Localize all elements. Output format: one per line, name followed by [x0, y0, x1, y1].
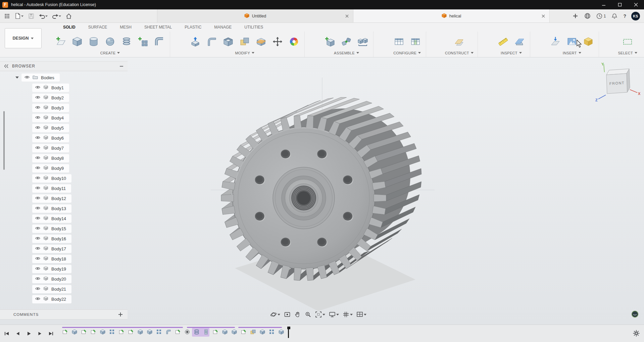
- tab-close-icon[interactable]: [541, 14, 546, 18]
- comments-bar[interactable]: COMMENTS: [0, 309, 128, 320]
- browser-item-body9[interactable]: Body9: [0, 163, 128, 173]
- timeline-feature-combine[interactable]: [250, 329, 256, 335]
- orbit-tool[interactable]: [270, 311, 280, 318]
- visibility-eye-icon[interactable]: [35, 85, 40, 91]
- app-grid-icon[interactable]: [3, 11, 11, 21]
- timeline-group-bar[interactable]: [238, 327, 282, 328]
- visibility-eye-icon[interactable]: [35, 175, 40, 181]
- timeline-settings-gear-icon[interactable]: [633, 330, 640, 338]
- section-analysis-button[interactable]: [513, 35, 526, 48]
- assistant-icon[interactable]: [631, 310, 639, 319]
- visibility-eye-icon[interactable]: [35, 286, 40, 292]
- step-forward-button[interactable]: [37, 330, 43, 337]
- browser-item-body10[interactable]: Body10: [0, 173, 128, 183]
- doc-tab-helical[interactable]: helical: [353, 9, 550, 22]
- visibility-eye-icon[interactable]: [35, 226, 40, 232]
- move-copy-button[interactable]: [271, 35, 284, 48]
- offset-plane-button[interactable]: [453, 35, 465, 48]
- timeline-feature-sketch[interactable]: [212, 329, 218, 335]
- browser-item-body20[interactable]: Body20: [0, 274, 128, 284]
- timeline-feature-extrude[interactable]: [259, 329, 265, 335]
- tab-close-icon[interactable]: [345, 14, 349, 18]
- visibility-eye-icon[interactable]: [35, 215, 40, 222]
- insert-derive-button[interactable]: [549, 35, 562, 48]
- pan-tool[interactable]: [294, 311, 301, 318]
- create-sketch-button[interactable]: [54, 35, 67, 48]
- insert-group-label[interactable]: INSERT: [563, 51, 581, 56]
- visibility-eye-icon[interactable]: [35, 195, 40, 201]
- undo-button[interactable]: [38, 11, 48, 21]
- doc-tab-untitled[interactable]: Untitled: [157, 9, 353, 22]
- visibility-eye-icon[interactable]: [35, 115, 40, 121]
- ribbon-tab-plastic[interactable]: PLASTIC: [185, 25, 201, 30]
- browser-item-body17[interactable]: Body17: [0, 244, 128, 254]
- viewports-tool[interactable]: [356, 311, 366, 318]
- timeline-feature-sketch[interactable]: [62, 329, 68, 335]
- timeline-feature-sketch[interactable]: [241, 329, 247, 335]
- timeline-feature-sketch[interactable]: [118, 329, 125, 335]
- inspect-group-label[interactable]: INSPECT: [501, 51, 522, 56]
- redo-button[interactable]: [51, 11, 62, 21]
- browser-item-body8[interactable]: Body8: [0, 153, 128, 163]
- browser-item-body21[interactable]: Body21: [0, 284, 128, 294]
- new-tab-plus-button[interactable]: [572, 11, 579, 21]
- step-back-button[interactable]: [14, 330, 21, 337]
- visibility-eye-icon[interactable]: [35, 236, 40, 242]
- visibility-eye-icon[interactable]: [35, 165, 40, 171]
- insert-mcmaster-button[interactable]: [582, 35, 595, 48]
- timeline-feature-sketch[interactable]: [128, 329, 134, 335]
- timeline-feature-pattern[interactable]: [269, 329, 275, 335]
- configure-button[interactable]: [393, 35, 405, 48]
- create-box-button[interactable]: [71, 35, 84, 48]
- visibility-eye-icon[interactable]: [24, 75, 30, 81]
- browser-item-body12[interactable]: Body12: [0, 193, 128, 203]
- create-pipe-button[interactable]: [153, 35, 166, 48]
- select-marquee-button[interactable]: [621, 35, 634, 48]
- configuration-table-button[interactable]: [409, 35, 422, 48]
- timeline-group-bar[interactable]: [187, 327, 235, 328]
- visibility-eye-icon[interactable]: [35, 135, 40, 141]
- play-button[interactable]: [26, 330, 32, 337]
- split-body-button[interactable]: [255, 35, 267, 48]
- timeline-feature-fillet[interactable]: [165, 329, 171, 335]
- visibility-eye-icon[interactable]: [35, 105, 40, 111]
- chevron-down-icon[interactable]: [15, 77, 19, 80]
- create-sphere-button[interactable]: [104, 35, 116, 48]
- skip-to-start-button[interactable]: [3, 330, 10, 337]
- browser-item-body4[interactable]: Body4: [0, 113, 128, 123]
- visibility-eye-icon[interactable]: [35, 266, 40, 272]
- timeline-feature-extrude[interactable]: [222, 329, 228, 335]
- browser-item-body16[interactable]: Body16: [0, 234, 128, 244]
- timeline-feature-extrude[interactable]: [231, 329, 237, 335]
- construct-group-label[interactable]: CONSTRUCT: [445, 51, 474, 56]
- display-settings-tool[interactable]: [329, 311, 339, 318]
- skip-to-end-button[interactable]: [48, 330, 54, 337]
- workspace-selector[interactable]: DESIGN: [5, 28, 42, 48]
- ribbon-tab-mesh[interactable]: MESH: [120, 25, 132, 30]
- appearance-color-wheel-button[interactable]: [288, 35, 300, 48]
- measure-button[interactable]: [497, 35, 509, 48]
- create-cylinder-button[interactable]: [87, 35, 100, 48]
- new-component-button[interactable]: [324, 35, 336, 48]
- visibility-eye-icon[interactable]: [35, 246, 40, 252]
- visibility-eye-icon[interactable]: [35, 276, 40, 282]
- assemble-group-label[interactable]: ASSEMBLE: [334, 51, 359, 56]
- save-icon[interactable]: [28, 11, 35, 21]
- job-status[interactable]: 1: [596, 13, 606, 19]
- ribbon-tab-utilities[interactable]: UTILITIES: [244, 25, 263, 30]
- shell-button[interactable]: [222, 35, 235, 48]
- visibility-eye-icon[interactable]: [35, 205, 40, 211]
- minimize-button[interactable]: [596, 0, 612, 9]
- viewport-3d[interactable]: Y FRONT X Z BROWSER Bodies: [0, 57, 644, 325]
- timeline-feature-hole[interactable]: [184, 329, 190, 335]
- browser-item-body5[interactable]: Body5: [0, 123, 128, 133]
- timeline-feature-extrude[interactable]: [71, 329, 78, 335]
- modify-group-label[interactable]: MODIFY: [235, 51, 254, 56]
- browser-item-body6[interactable]: Body6: [0, 133, 128, 143]
- timeline-feature-sketch[interactable]: [90, 329, 96, 335]
- configure-group-label[interactable]: CONFIGURE: [393, 51, 421, 56]
- visibility-eye-icon[interactable]: [35, 95, 40, 101]
- grid-settings-tool[interactable]: [343, 311, 353, 318]
- browser-item-bodies[interactable]: Bodies: [0, 72, 128, 83]
- create-pattern-button[interactable]: [137, 35, 149, 48]
